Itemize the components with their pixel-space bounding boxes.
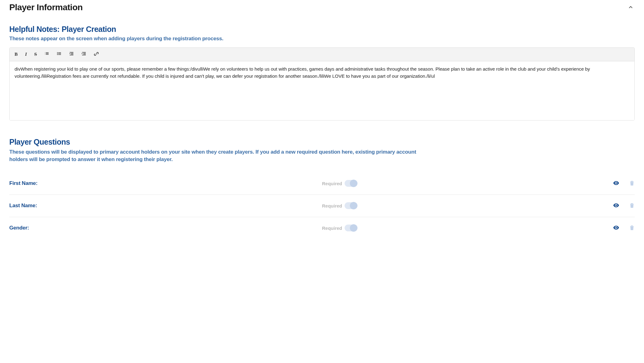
trash-icon bbox=[630, 203, 634, 209]
eye-icon bbox=[613, 202, 619, 209]
strikethrough-icon: S bbox=[34, 52, 37, 57]
trash-icon bbox=[630, 181, 634, 186]
question-actions bbox=[612, 179, 635, 188]
delete-button[interactable] bbox=[629, 180, 635, 187]
link-button[interactable] bbox=[92, 50, 101, 59]
delete-button[interactable] bbox=[629, 202, 635, 209]
notes-section-title: Helpful Notes: Player Creation bbox=[9, 25, 635, 34]
rich-text-editor: B I S bbox=[9, 47, 635, 120]
questions-section: Player Questions These questions will be… bbox=[9, 138, 635, 239]
svg-rect-3 bbox=[58, 52, 61, 53]
svg-rect-9 bbox=[70, 55, 73, 55]
questions-section-title: Player Questions bbox=[9, 138, 635, 147]
delete-button[interactable] bbox=[629, 225, 635, 232]
svg-rect-14 bbox=[82, 55, 86, 55]
eye-icon bbox=[613, 225, 619, 232]
required-toggle-group: Required bbox=[322, 202, 358, 209]
svg-rect-4 bbox=[58, 53, 61, 54]
notes-section-subtitle: These notes appear on the screen when ad… bbox=[9, 36, 635, 42]
unordered-list-icon bbox=[57, 51, 62, 57]
svg-rect-5 bbox=[58, 55, 61, 55]
svg-marker-10 bbox=[69, 53, 70, 54]
svg-marker-15 bbox=[82, 53, 83, 54]
questions-section-subtitle: These questions will be displayed to pri… bbox=[9, 148, 424, 163]
svg-rect-12 bbox=[83, 53, 86, 54]
required-toggle[interactable] bbox=[345, 202, 358, 209]
collapse-button[interactable] bbox=[627, 3, 635, 12]
question-row: Gender: Required bbox=[9, 217, 635, 239]
eye-icon bbox=[613, 180, 619, 187]
editor-textarea[interactable]: divWhen registering your kid to play one… bbox=[10, 61, 634, 120]
ordered-list-button[interactable] bbox=[42, 50, 51, 59]
required-toggle[interactable] bbox=[345, 180, 358, 187]
italic-button[interactable]: I bbox=[23, 50, 29, 58]
editor-toolbar: B I S bbox=[10, 48, 634, 61]
required-label: Required bbox=[322, 203, 342, 208]
question-label: Last Name: bbox=[9, 203, 322, 209]
indent-icon bbox=[81, 51, 86, 57]
svg-point-0 bbox=[57, 52, 58, 53]
svg-rect-11 bbox=[82, 52, 86, 53]
svg-point-2 bbox=[57, 54, 58, 55]
strikethrough-button[interactable]: S bbox=[33, 50, 39, 58]
toggle-knob bbox=[350, 202, 357, 209]
trash-icon bbox=[630, 225, 634, 231]
question-row: Last Name: Required bbox=[9, 195, 635, 217]
toggle-knob bbox=[350, 180, 357, 187]
svg-rect-8 bbox=[71, 54, 73, 55]
page-title: Player Information bbox=[9, 2, 83, 12]
italic-icon: I bbox=[25, 52, 27, 57]
notes-section: Helpful Notes: Player Creation These not… bbox=[9, 25, 635, 120]
svg-point-1 bbox=[57, 53, 58, 54]
required-toggle-group: Required bbox=[322, 225, 358, 231]
question-label: First Name: bbox=[9, 180, 322, 186]
bold-button[interactable]: B bbox=[13, 50, 20, 58]
required-label: Required bbox=[322, 181, 342, 186]
indent-button[interactable] bbox=[80, 50, 88, 59]
toggle-knob bbox=[350, 224, 357, 232]
bold-icon: B bbox=[15, 52, 18, 57]
link-icon bbox=[94, 51, 99, 57]
required-toggle[interactable] bbox=[345, 225, 358, 231]
outdent-icon bbox=[69, 51, 74, 57]
chevron-up-icon bbox=[628, 6, 633, 11]
outdent-button[interactable] bbox=[67, 50, 76, 59]
question-row: First Name: Required bbox=[9, 173, 635, 195]
visibility-button[interactable] bbox=[612, 179, 620, 188]
svg-rect-13 bbox=[83, 54, 86, 55]
visibility-button[interactable] bbox=[612, 202, 620, 210]
required-label: Required bbox=[322, 225, 342, 231]
required-toggle-group: Required bbox=[322, 180, 358, 187]
visibility-button[interactable] bbox=[612, 224, 620, 232]
question-actions bbox=[612, 202, 635, 210]
question-actions bbox=[612, 224, 635, 232]
question-label: Gender: bbox=[9, 225, 322, 231]
svg-rect-7 bbox=[71, 53, 73, 54]
unordered-list-button[interactable] bbox=[55, 50, 63, 59]
question-list: First Name: Required bbox=[9, 173, 635, 239]
svg-rect-6 bbox=[70, 52, 73, 53]
ordered-list-icon bbox=[44, 51, 49, 57]
